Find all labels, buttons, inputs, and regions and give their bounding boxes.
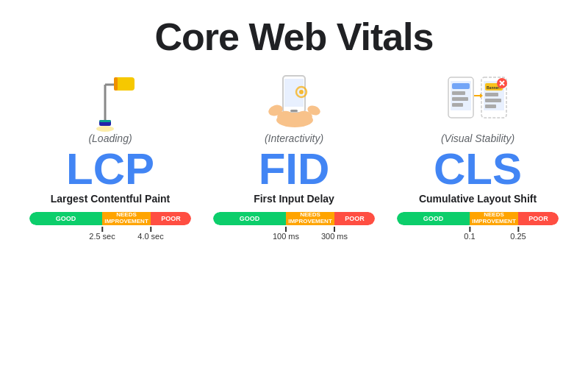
svg-rect-22 — [452, 97, 468, 101]
fid-abbr: FID — [259, 147, 330, 191]
metrics-row: (Loading) LCP Largest Contentful Paint G… — [29, 70, 559, 243]
fid-icon — [261, 70, 327, 132]
lcp-fullname: Largest Contentful Paint — [51, 193, 171, 205]
fid-tick1: 100 ms — [273, 232, 299, 241]
page-title: Core Web Vitals — [155, 15, 434, 59]
svg-rect-9 — [290, 110, 298, 112]
lcp-subtitle: (Loading) — [88, 132, 132, 144]
svg-point-15 — [276, 113, 313, 127]
svg-rect-3 — [114, 77, 118, 91]
lcp-gauge-good — [29, 212, 102, 225]
svg-rect-28 — [485, 93, 498, 96]
lcp-tick2: 4.0 sec — [137, 232, 163, 241]
fid-gauge-needs — [286, 212, 334, 225]
cls-subtitle: (Visual Stability) — [441, 132, 514, 144]
metric-cls: Banner! (Visual Stability) CLS Cumulativ… — [397, 70, 559, 243]
svg-rect-30 — [485, 105, 496, 108]
cls-gauge-poor — [518, 212, 559, 225]
lcp-gauge-needs — [102, 212, 151, 225]
svg-rect-23 — [452, 103, 463, 107]
metric-fid: (Interactivity) FID First Input Delay GO… — [213, 70, 375, 243]
cls-tick2: 0.25 — [510, 232, 526, 241]
svg-point-17 — [299, 90, 304, 94]
lcp-gauge-bar — [29, 212, 191, 225]
cls-tick1: 0.1 — [464, 232, 475, 241]
lcp-abbr: LCP — [66, 147, 154, 191]
fid-tick2: 300 ms — [321, 232, 348, 241]
cls-fullname: Cumulative Layout Shift — [419, 193, 537, 205]
cls-gauge-good — [397, 212, 470, 225]
metric-lcp: (Loading) LCP Largest Contentful Paint G… — [29, 70, 191, 243]
fid-gauge-bar — [213, 212, 375, 225]
cls-icon: Banner! — [445, 70, 511, 132]
cls-gauge-bar — [397, 212, 559, 225]
svg-rect-21 — [452, 91, 465, 95]
fid-gauge-poor — [334, 212, 375, 225]
cls-gauge-needs — [470, 212, 518, 225]
svg-rect-5 — [99, 120, 111, 122]
lcp-icon — [77, 70, 143, 132]
lcp-tick1: 2.5 sec — [89, 232, 115, 241]
fid-gauge-good — [213, 212, 286, 225]
fid-fullname: First Input Delay — [254, 193, 334, 205]
svg-rect-20 — [452, 83, 470, 89]
lcp-gauge-poor — [151, 212, 191, 225]
fid-subtitle: (Interactivity) — [265, 132, 323, 144]
svg-rect-29 — [485, 99, 501, 102]
svg-point-6 — [96, 126, 114, 132]
cls-abbr: CLS — [434, 147, 522, 191]
